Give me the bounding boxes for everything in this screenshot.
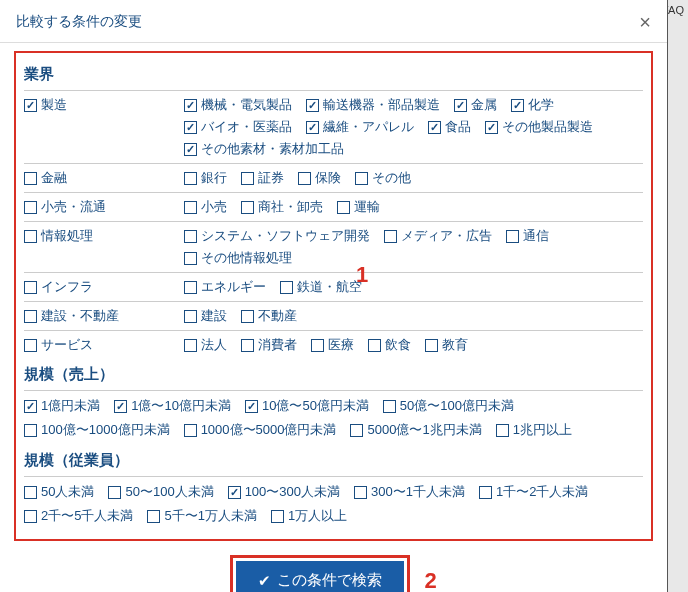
industry-item-checkbox[interactable]: 鉄道・航空 [280, 278, 362, 296]
employees-item-checkbox[interactable]: 1万人以上 [271, 507, 347, 525]
checkbox-box [24, 281, 37, 294]
industry-item-label: その他素材・素材加工品 [201, 140, 344, 158]
industry-item-label: 証券 [258, 169, 284, 187]
industry-category-checkbox[interactable]: 金融 [24, 169, 67, 187]
industry-item-label: 運輸 [354, 198, 380, 216]
employees-item-checkbox[interactable]: 5千〜1万人未満 [147, 507, 256, 525]
industry-item-checkbox[interactable]: 消費者 [241, 336, 297, 354]
revenue-item-checkbox[interactable]: 100億〜1000億円未満 [24, 421, 170, 439]
industry-row: 建設・不動産建設不動産 [24, 301, 643, 330]
revenue-item-checkbox[interactable]: 1000億〜5000億円未満 [184, 421, 337, 439]
industry-items: エネルギー鉄道・航空 [184, 278, 643, 296]
industry-item-checkbox[interactable]: 機械・電気製品 [184, 96, 292, 114]
industry-item-label: 商社・卸売 [258, 198, 323, 216]
revenue-item-checkbox[interactable]: 1兆円以上 [496, 421, 572, 439]
checkbox-box [24, 486, 37, 499]
checkbox-box [425, 339, 438, 352]
checkbox-box [184, 121, 197, 134]
industry-category: 製造 [24, 96, 184, 114]
revenue-item-checkbox[interactable]: 1億〜10億円未満 [114, 397, 231, 415]
industry-item-label: 繊維・アパレル [323, 118, 414, 136]
industry-item-label: 保険 [315, 169, 341, 187]
industry-items: 銀行証券保険その他 [184, 169, 643, 187]
industry-item-checkbox[interactable]: 食品 [428, 118, 471, 136]
industry-item-checkbox[interactable]: 法人 [184, 336, 227, 354]
industry-row: 金融銀行証券保険その他 [24, 163, 643, 192]
industry-item-label: メディア・広告 [401, 227, 492, 245]
industry-row: インフラエネルギー鉄道・航空 [24, 272, 643, 301]
checkbox-box [24, 230, 37, 243]
search-button[interactable]: ✔ この条件で検索 [236, 561, 404, 592]
employees-item-checkbox[interactable]: 300〜1千人未満 [354, 483, 465, 501]
industry-item-checkbox[interactable]: 保険 [298, 169, 341, 187]
modal-header: 比較する条件の変更 × [0, 0, 667, 43]
industry-row: 情報処理システム・ソフトウェア開発メディア・広告通信その他情報処理 [24, 221, 643, 272]
checkbox-box [114, 400, 127, 413]
industry-item-checkbox[interactable]: 医療 [311, 336, 354, 354]
industry-item-checkbox[interactable]: 小売 [184, 198, 227, 216]
industry-item-checkbox[interactable]: システム・ソフトウェア開発 [184, 227, 370, 245]
checkbox-box [184, 424, 197, 437]
industry-item-label: その他情報処理 [201, 249, 292, 267]
revenue-item-label: 1000億〜5000億円未満 [201, 421, 337, 439]
industry-item-checkbox[interactable]: 商社・卸売 [241, 198, 323, 216]
close-icon[interactable]: × [639, 12, 651, 32]
industry-item-label: 小売 [201, 198, 227, 216]
checkbox-box [184, 281, 197, 294]
industry-category-checkbox[interactable]: 小売・流通 [24, 198, 106, 216]
employees-item-checkbox[interactable]: 50〜100人未満 [108, 483, 213, 501]
employees-item-checkbox[interactable]: 50人未満 [24, 483, 94, 501]
modal-body: 業界 製造機械・電気製品輸送機器・部品製造金属化学バイオ・医薬品繊維・アパレル食… [0, 43, 667, 592]
industry-item-checkbox[interactable]: 運輸 [337, 198, 380, 216]
industry-category-checkbox[interactable]: 建設・不動産 [24, 307, 119, 325]
industry-category-checkbox[interactable]: インフラ [24, 278, 93, 296]
industry-item-checkbox[interactable]: 不動産 [241, 307, 297, 325]
industry-item-checkbox[interactable]: 繊維・アパレル [306, 118, 414, 136]
industry-item-checkbox[interactable]: 建設 [184, 307, 227, 325]
industry-item-checkbox[interactable]: メディア・広告 [384, 227, 492, 245]
industry-item-checkbox[interactable]: 銀行 [184, 169, 227, 187]
industry-items: 小売商社・卸売運輸 [184, 198, 643, 216]
industry-item-checkbox[interactable]: その他素材・素材加工品 [184, 140, 344, 158]
checkbox-box [368, 339, 381, 352]
industry-item-label: 消費者 [258, 336, 297, 354]
revenue-item-checkbox[interactable]: 5000億〜1兆円未満 [350, 421, 481, 439]
industry-item-checkbox[interactable]: 金属 [454, 96, 497, 114]
section-title-employees: 規模（従業員） [24, 451, 643, 470]
checkbox-box [24, 310, 37, 323]
checkbox-box [24, 510, 37, 523]
employees-item-checkbox[interactable]: 100〜300人未満 [228, 483, 340, 501]
modal-footer: ✔ この条件で検索 2 [14, 555, 653, 592]
revenue-item-checkbox[interactable]: 50億〜100億円未満 [383, 397, 514, 415]
industry-category: インフラ [24, 278, 184, 296]
checkbox-box [108, 486, 121, 499]
industry-item-checkbox[interactable]: その他 [355, 169, 411, 187]
revenue-item-checkbox[interactable]: 1億円未満 [24, 397, 100, 415]
industry-item-checkbox[interactable]: 飲食 [368, 336, 411, 354]
industry-item-checkbox[interactable]: 教育 [425, 336, 468, 354]
industry-item-checkbox[interactable]: バイオ・医薬品 [184, 118, 292, 136]
industry-item-checkbox[interactable]: 証券 [241, 169, 284, 187]
industry-category-checkbox[interactable]: 情報処理 [24, 227, 93, 245]
industry-category-checkbox[interactable]: サービス [24, 336, 93, 354]
industry-item-label: その他 [372, 169, 411, 187]
checkbox-box [184, 99, 197, 112]
employees-item-checkbox[interactable]: 2千〜5千人未満 [24, 507, 133, 525]
employees-item-label: 1万人以上 [288, 507, 347, 525]
industry-category: サービス [24, 336, 184, 354]
employees-item-label: 50人未満 [41, 483, 94, 501]
industry-category-label: 製造 [41, 96, 67, 114]
revenue-item-checkbox[interactable]: 10億〜50億円未満 [245, 397, 369, 415]
employees-item-checkbox[interactable]: 1千〜2千人未満 [479, 483, 588, 501]
industry-category-checkbox[interactable]: 製造 [24, 96, 67, 114]
industry-item-checkbox[interactable]: その他情報処理 [184, 249, 292, 267]
industry-item-checkbox[interactable]: 輸送機器・部品製造 [306, 96, 440, 114]
industry-item-checkbox[interactable]: 通信 [506, 227, 549, 245]
industry-item-label: 化学 [528, 96, 554, 114]
industry-item-checkbox[interactable]: エネルギー [184, 278, 266, 296]
checkbox-box [241, 310, 254, 323]
checkbox-box [306, 99, 319, 112]
industry-item-checkbox[interactable]: その他製品製造 [485, 118, 593, 136]
industry-item-label: 医療 [328, 336, 354, 354]
industry-item-checkbox[interactable]: 化学 [511, 96, 554, 114]
